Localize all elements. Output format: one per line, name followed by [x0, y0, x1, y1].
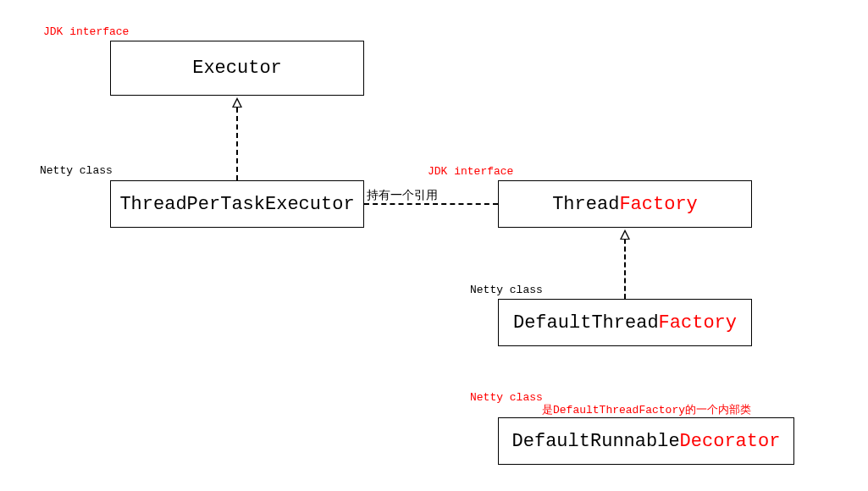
- inherit-line-2: [624, 239, 626, 299]
- jdk-interface-label-2: JDK interface: [428, 165, 513, 178]
- default-runnable-decorator-suffix: Decorator: [680, 431, 781, 452]
- thread-factory-box: ThreadFactory: [498, 180, 752, 228]
- thread-per-task-executor-box: ThreadPerTaskExecutor: [110, 180, 364, 228]
- default-thread-factory-prefix: DefaultThread: [513, 312, 659, 334]
- thread-factory-prefix: Thread: [552, 194, 619, 215]
- default-thread-factory-box: DefaultThreadFactory: [498, 299, 752, 346]
- executor-box: Executor: [110, 41, 364, 96]
- thread-factory-suffix: Factory: [619, 194, 697, 215]
- netty-class-label-1: Netty class: [40, 164, 113, 177]
- netty-class-label-2: Netty class: [470, 284, 543, 296]
- jdk-interface-label-1: JDK interface: [43, 25, 129, 38]
- thread-per-task-executor-text: ThreadPerTaskExecutor: [119, 194, 354, 215]
- arrow-up-icon-1: [232, 97, 242, 108]
- reference-line: [364, 203, 498, 205]
- default-runnable-decorator-box: DefaultRunnableDecorator: [498, 417, 794, 465]
- has-reference-label: 持有一个引用: [364, 188, 440, 203]
- executor-text: Executor: [192, 58, 282, 79]
- arrow-up-icon-2: [620, 229, 630, 240]
- inner-class-note: 是DefaultThreadFactory的一个内部类: [542, 402, 751, 417]
- inherit-line-1: [236, 108, 238, 180]
- default-runnable-decorator-prefix: DefaultRunnable: [512, 431, 680, 452]
- netty-class-label-3: Netty class: [470, 391, 543, 404]
- default-thread-factory-suffix: Factory: [659, 312, 737, 334]
